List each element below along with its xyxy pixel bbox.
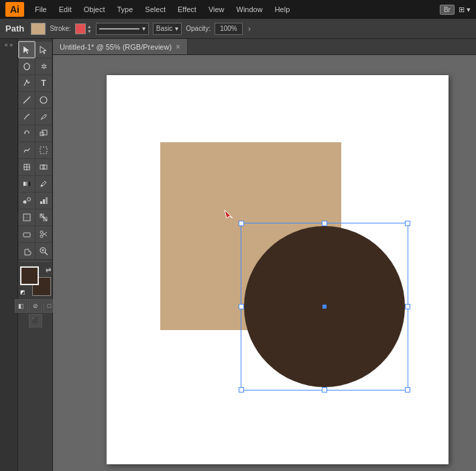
apply-gradient-icon[interactable]: ◧: [15, 299, 28, 313]
scale-tool[interactable]: [36, 125, 52, 142]
menu-type[interactable]: Type: [112, 4, 139, 15]
stroke-arrows[interactable]: ▲▼: [87, 24, 92, 34]
reset-colors-icon[interactable]: ◩: [20, 289, 27, 296]
line-tool[interactable]: [19, 92, 35, 108]
svg-line-27: [43, 233, 48, 236]
free-transform-tool[interactable]: [36, 142, 52, 158]
menu-effect[interactable]: Effect: [172, 4, 202, 15]
change-screen-mode[interactable]: ⬛: [29, 314, 42, 327]
ellipse-tool[interactable]: [36, 92, 52, 108]
stroke-label: Stroke:: [50, 25, 71, 32]
title-right: Br ⊞ ▾: [440, 5, 471, 15]
column-graph-tool[interactable]: [36, 193, 52, 209]
foreground-color-swatch[interactable]: [20, 266, 39, 285]
grid-icon-btn[interactable]: ⊞ ▾: [459, 5, 471, 14]
fill-swatch[interactable]: [31, 23, 46, 35]
svg-rect-10: [43, 165, 47, 169]
canvas-viewport[interactable]: [53, 55, 476, 471]
options-expand-arrow[interactable]: ›: [248, 24, 251, 34]
svg-rect-9: [40, 165, 44, 169]
svg-rect-15: [40, 201, 42, 204]
tool-row-eraser: [19, 226, 52, 242]
basic-label: Basic: [156, 25, 172, 32]
svg-point-14: [27, 198, 31, 201]
handle-middle-right[interactable]: [405, 304, 410, 309]
tool-row-artboard: [19, 209, 52, 225]
menu-view[interactable]: View: [203, 4, 230, 15]
swap-colors-icon[interactable]: ⇄: [46, 266, 51, 274]
shape-builder-tool[interactable]: [36, 159, 52, 175]
canvas-area: Untitled-1* @ 55% (RGB/Preview) ×: [53, 39, 476, 471]
scissors-tool[interactable]: [36, 226, 52, 242]
svg-rect-11: [23, 182, 30, 186]
document-tab[interactable]: Untitled-1* @ 55% (RGB/Preview) ×: [53, 39, 188, 54]
stroke-color[interactable]: [75, 23, 86, 34]
collapse-arrows[interactable]: « »: [5, 42, 13, 48]
left-sidebar: « »: [0, 39, 18, 471]
tool-row-select: [19, 42, 52, 58]
selection-tool[interactable]: [19, 42, 35, 58]
eyedropper-tool[interactable]: [36, 176, 52, 192]
svg-rect-24: [23, 233, 30, 237]
style-dropdown-arrow: ▾: [142, 25, 145, 32]
stroke-swatch: ▲▼: [75, 23, 92, 34]
svg-line-28: [43, 232, 48, 235]
svg-point-2: [40, 97, 47, 103]
toolbar-divider: [20, 261, 51, 262]
eraser-tool[interactable]: [19, 226, 35, 242]
handle-bottom-center[interactable]: [322, 387, 327, 392]
none-icon[interactable]: ⊘: [29, 299, 42, 313]
svg-line-30: [45, 252, 48, 255]
svg-line-1: [23, 97, 30, 103]
main-layout: « » ✲: [0, 39, 476, 471]
svg-point-0: [26, 80, 27, 81]
tab-close-button[interactable]: ×: [176, 43, 180, 51]
extra-icons: ◧ ⊘ □ ⬛: [15, 299, 56, 327]
opacity-input[interactable]: [215, 23, 243, 35]
svg-point-12: [41, 185, 43, 187]
tool-row-mesh: [19, 159, 52, 175]
stroke-style-dropdown[interactable]: ▾: [96, 23, 149, 35]
handle-bottom-left[interactable]: [239, 387, 244, 392]
menu-object[interactable]: Object: [78, 4, 111, 15]
menu-select[interactable]: Select: [139, 4, 171, 15]
br-badge[interactable]: Br: [440, 5, 455, 15]
tool-row-blend: [19, 193, 52, 209]
style-line-preview: [99, 28, 139, 30]
rotate-tool[interactable]: [19, 125, 35, 142]
svg-point-13: [23, 201, 27, 204]
circle-selection-wrapper[interactable]: [241, 223, 408, 390]
menu-help[interactable]: Help: [270, 4, 296, 15]
blend-tool[interactable]: [19, 193, 35, 209]
svg-rect-5: [40, 147, 47, 154]
lasso-tool[interactable]: [19, 58, 35, 74]
direct-select-tool[interactable]: [36, 42, 52, 58]
artboard-canvas: [107, 75, 449, 464]
pen-tool[interactable]: [19, 75, 35, 91]
tool-row-warp: [19, 142, 52, 158]
pencil-tool[interactable]: [19, 109, 35, 125]
tab-bar: Untitled-1* @ 55% (RGB/Preview) ×: [53, 39, 476, 55]
brush-tool[interactable]: [36, 109, 52, 125]
menu-edit[interactable]: Edit: [54, 4, 77, 15]
circle-object[interactable]: [244, 226, 405, 387]
slice-tool[interactable]: [36, 209, 52, 225]
color-section: ⇄ ◩: [20, 266, 51, 296]
gradient-tool[interactable]: [19, 176, 35, 192]
text-tool[interactable]: T: [36, 75, 52, 91]
menu-file[interactable]: File: [29, 4, 52, 15]
handle-top-right[interactable]: [405, 221, 410, 226]
menu-bar: File Edit Object Type Select Effect View…: [29, 4, 434, 15]
artboard-tool[interactable]: [19, 209, 35, 225]
opacity-label: Opacity:: [186, 25, 211, 32]
mesh-tool[interactable]: [19, 159, 35, 175]
zoom-tool[interactable]: [36, 243, 52, 259]
magic-wand-tool[interactable]: ✲: [36, 58, 52, 74]
extra-row-2: ⬛: [29, 314, 42, 327]
title-bar: Ai File Edit Object Type Select Effect V…: [0, 0, 476, 19]
handle-bottom-right[interactable]: [405, 387, 410, 392]
menu-window[interactable]: Window: [231, 4, 268, 15]
warp-tool[interactable]: [19, 142, 35, 158]
profile-dropdown[interactable]: Basic ▾: [153, 23, 182, 35]
hand-tool[interactable]: [19, 243, 35, 259]
